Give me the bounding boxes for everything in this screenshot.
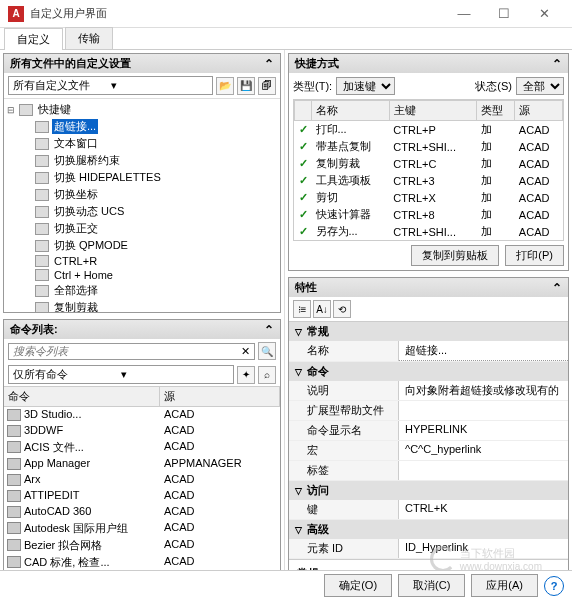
categorize-icon[interactable]: ⁝≡ bbox=[293, 300, 311, 318]
command-name: ATTIPEDIT bbox=[24, 489, 164, 503]
collapse-icon[interactable]: ⌃ bbox=[552, 281, 562, 295]
tree-item[interactable]: 切换坐标 bbox=[22, 186, 278, 203]
command-row[interactable]: AutoCAD 360ACAD bbox=[4, 504, 280, 520]
sc-type: 加 bbox=[477, 206, 515, 223]
command-row[interactable]: ATTIPEDITACAD bbox=[4, 488, 280, 504]
cat-advanced[interactable]: ▽高级 bbox=[289, 520, 568, 539]
shortcut-row[interactable]: ✓带基点复制CTRL+SHI...加ACAD bbox=[295, 138, 563, 155]
check-icon: ✓ bbox=[295, 223, 312, 240]
minimize-button[interactable]: — bbox=[444, 6, 484, 21]
shortcut-table[interactable]: 名称 主键 类型 源 ✓打印...CTRL+P加ACAD✓带基点复制CTRL+S… bbox=[293, 99, 564, 241]
tree-item[interactable]: 切换正交 bbox=[22, 220, 278, 237]
prop-tag[interactable]: 标签 bbox=[289, 461, 568, 481]
tab-custom[interactable]: 自定义 bbox=[4, 28, 63, 50]
prop-key[interactable]: 键CTRL+K bbox=[289, 500, 568, 520]
sc-name: 打印... bbox=[312, 121, 390, 139]
find-icon[interactable]: ⌕ bbox=[258, 366, 276, 384]
prop-desc[interactable]: 说明向对象附着超链接或修改现有的 bbox=[289, 381, 568, 401]
type-select[interactable]: 加速键 bbox=[336, 77, 395, 95]
maximize-button[interactable]: ☐ bbox=[484, 6, 524, 21]
tree-item[interactable]: 切换 QPMODE bbox=[22, 237, 278, 254]
tree-item[interactable]: 全部选择 bbox=[22, 282, 278, 299]
command-row[interactable]: 3D Studio...ACAD bbox=[4, 407, 280, 423]
command-row[interactable]: ArxACAD bbox=[4, 472, 280, 488]
shortcut-row[interactable]: ✓快速计算器CTRL+8加ACAD bbox=[295, 206, 563, 223]
command-icon bbox=[7, 441, 21, 453]
prop-macro[interactable]: 宏^C^C_hyperlink bbox=[289, 441, 568, 461]
files-dropdown[interactable]: 所有自定义文件 ▾ bbox=[8, 76, 213, 95]
tree-item[interactable]: 超链接... bbox=[22, 118, 278, 135]
tree-item[interactable]: 切换腿桥约束 bbox=[22, 152, 278, 169]
tree-item-label: 切换动态 UCS bbox=[52, 204, 126, 219]
command-list-panel: 命令列表: ⌃ ✕ 🔍 仅所有命令 ▾ ✦ ⌕ 命令 bbox=[3, 319, 281, 600]
shortcut-row[interactable]: ✓工具选项板CTRL+3加ACAD bbox=[295, 172, 563, 189]
ok-button[interactable]: 确定(O) bbox=[324, 574, 392, 597]
command-row[interactable]: Autodesk 国际用户组ACAD bbox=[4, 520, 280, 537]
copy-clipboard-button[interactable]: 复制到剪贴板 bbox=[411, 245, 499, 266]
command-row[interactable]: Bezier 拟合网格ACAD bbox=[4, 537, 280, 554]
col-command[interactable]: 命令 bbox=[4, 387, 160, 406]
command-row[interactable]: ACIS 文件...ACAD bbox=[4, 439, 280, 456]
search-icon[interactable]: 🔍 bbox=[258, 342, 276, 360]
tree-item[interactable]: 切换动态 UCS bbox=[22, 203, 278, 220]
search-input[interactable] bbox=[13, 345, 241, 357]
command-row[interactable]: App ManagerAPPMANAGER bbox=[4, 456, 280, 472]
col-key[interactable]: 主键 bbox=[389, 101, 476, 121]
tree-item[interactable]: 复制剪裁 bbox=[22, 299, 278, 312]
custom-settings-header: 所有文件中的自定义设置 ⌃ bbox=[4, 54, 280, 73]
tab-transfer[interactable]: 传输 bbox=[65, 27, 113, 49]
shortcut-row[interactable]: ✓另存为...CTRL+SHI...加ACAD bbox=[295, 223, 563, 240]
prop-display-name[interactable]: 命令显示名HYPERLINK bbox=[289, 421, 568, 441]
close-button[interactable]: ✕ bbox=[524, 6, 564, 21]
tree-root[interactable]: ⊟ 快捷键 bbox=[6, 101, 278, 118]
col-type[interactable]: 类型 bbox=[477, 101, 515, 121]
clear-search-icon[interactable]: ✕ bbox=[241, 345, 250, 358]
prop-element-id[interactable]: 元素 IDID_Hyperlink bbox=[289, 539, 568, 559]
print-button[interactable]: 打印(P) bbox=[505, 245, 564, 266]
cancel-button[interactable]: 取消(C) bbox=[398, 574, 465, 597]
command-row[interactable]: CAD 标准, 检查...ACAD bbox=[4, 554, 280, 571]
cat-command[interactable]: ▽命令 bbox=[289, 362, 568, 381]
save-file-icon[interactable]: 💾 bbox=[237, 77, 255, 95]
tree-item[interactable]: Ctrl + Home bbox=[22, 268, 278, 282]
shortcut-buttons: 复制到剪贴板 打印(P) bbox=[289, 241, 568, 270]
col-name[interactable]: 名称 bbox=[312, 101, 390, 121]
help-button[interactable]: ? bbox=[544, 576, 564, 596]
sort-icon[interactable]: A↓ bbox=[313, 300, 331, 318]
properties-grid[interactable]: ▽常规 名称超链接... ▽命令 说明向对象附着超链接或修改现有的 扩展型帮助文… bbox=[289, 322, 568, 559]
view-icon[interactable]: 🗐 bbox=[258, 77, 276, 95]
new-command-icon[interactable]: ✦ bbox=[237, 366, 255, 384]
sc-type: 加 bbox=[477, 172, 515, 189]
col-src[interactable]: 源 bbox=[515, 101, 563, 121]
command-name: Autodesk 国际用户组 bbox=[24, 521, 164, 536]
command-source: ACAD bbox=[164, 473, 278, 487]
shortcut-row[interactable]: ✓剪切CTRL+X加ACAD bbox=[295, 189, 563, 206]
collapse-icon[interactable]: ⌃ bbox=[552, 57, 562, 71]
cat-access[interactable]: ▽访问 bbox=[289, 481, 568, 500]
shortcut-tree[interactable]: ⊟ 快捷键 超链接...文本窗口切换腿桥约束切换 HIDEPALETTES切换坐… bbox=[4, 99, 280, 312]
cat-general[interactable]: ▽常规 bbox=[289, 322, 568, 341]
shortcut-row[interactable]: ✓打印...CTRL+P加ACAD bbox=[295, 121, 563, 139]
open-file-icon[interactable]: 📂 bbox=[216, 77, 234, 95]
collapse-icon[interactable]: ⌃ bbox=[264, 323, 274, 337]
reset-icon[interactable]: ⟲ bbox=[333, 300, 351, 318]
collapse-icon[interactable]: ⌃ bbox=[264, 57, 274, 71]
command-row[interactable]: 3DDWFACAD bbox=[4, 423, 280, 439]
tree-item[interactable]: CTRL+R bbox=[22, 254, 278, 268]
prop-name[interactable]: 名称超链接... bbox=[289, 341, 568, 362]
titlebar: A 自定义用户界面 — ☐ ✕ bbox=[0, 0, 572, 28]
tree-item[interactable]: 切换 HIDEPALETTES bbox=[22, 169, 278, 186]
command-search-bar: ✕ 🔍 bbox=[4, 339, 280, 363]
folder-icon bbox=[19, 104, 33, 116]
tree-item[interactable]: 文本窗口 bbox=[22, 135, 278, 152]
expand-icon[interactable]: ⊟ bbox=[6, 105, 16, 115]
search-box[interactable]: ✕ bbox=[8, 343, 255, 360]
apply-button[interactable]: 应用(A) bbox=[471, 574, 538, 597]
command-filter-dropdown[interactable]: 仅所有命令 ▾ bbox=[8, 365, 234, 384]
command-table[interactable]: 命令 源 3D Studio...ACAD3DDWFACADACIS 文件...… bbox=[4, 386, 280, 600]
prop-ext-help[interactable]: 扩展型帮助文件 bbox=[289, 401, 568, 421]
col-source[interactable]: 源 bbox=[160, 387, 280, 406]
shortcut-row[interactable]: ✓复制剪裁CTRL+C加ACAD bbox=[295, 155, 563, 172]
status-select[interactable]: 全部 bbox=[516, 77, 564, 95]
item-icon bbox=[35, 223, 49, 235]
